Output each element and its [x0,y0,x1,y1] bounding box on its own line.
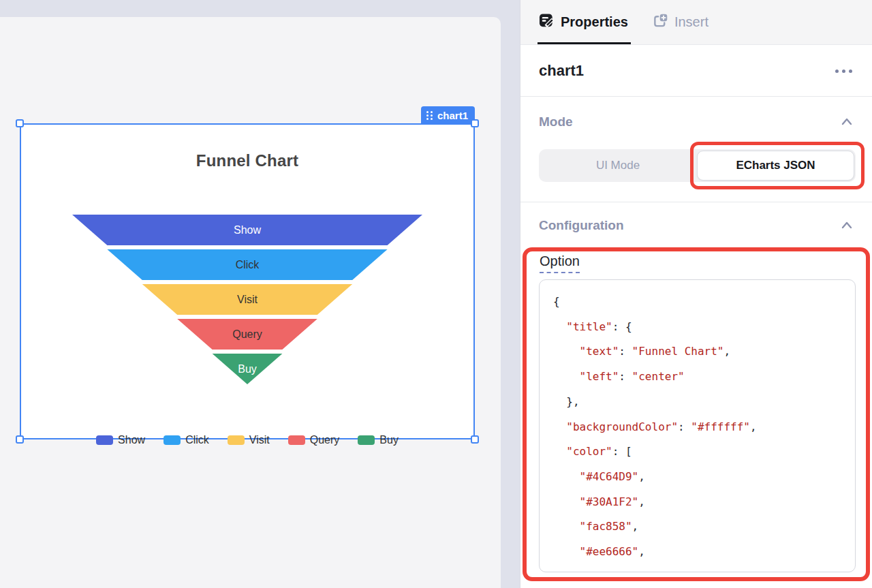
mode-section-header: Mode [539,114,854,129]
mode-section-title: Mode [539,114,573,129]
legend-item-show[interactable]: Show [96,434,145,446]
code-line: "fac858", [553,514,855,540]
segment-ui-mode[interactable]: UI Mode [539,149,697,182]
code-line: "#4C64D9", [553,465,855,490]
widget-name-heading: chart1 [539,62,584,80]
divider [520,202,872,202]
legend-swatch [164,435,181,445]
mode-segmented-control: UI Mode ECharts JSON [539,149,856,182]
legend-item-click[interactable]: Click [164,434,209,446]
chart-legend: ShowClickVisitQueryBuy [21,434,473,446]
legend-label: Query [310,434,340,446]
legend-swatch [228,435,245,445]
legend-label: Buy [379,434,399,446]
legend-label: Show [118,434,145,446]
tab-insert-label: Insert [674,14,708,30]
properties-icon [539,13,555,31]
code-line: "#30A1F2", [553,490,855,515]
ellipsis-menu-icon[interactable] [834,65,854,77]
legend-label: Visit [249,434,270,446]
app-root: chart1 Funnel Chart ShowClickVisitQueryB… [0,0,872,588]
properties-panel: Properties Insert chart1 Mode [520,0,872,588]
chart-title: Funnel Chart [21,151,473,170]
code-line: }, [553,390,855,415]
legend-swatch [288,435,305,445]
code-line: "left": "center" [553,365,855,390]
option-code-editor[interactable]: { "title": { "text": "Funnel Chart", "le… [539,279,856,572]
resize-handle-bottom-left[interactable] [16,435,24,444]
legend-label: Click [185,434,209,446]
legend-item-query[interactable]: Query [288,434,340,446]
panel-tab-bar: Properties Insert [520,0,872,45]
chevron-up-icon[interactable] [840,219,854,232]
resize-handle-top-right[interactable] [471,119,479,127]
code-line: "title": { [553,315,855,340]
code-line: "text": "Funnel Chart", [553,339,855,365]
funnel-segment-query: Query [72,319,422,350]
funnel-plot: ShowClickVisitQueryBuy [72,215,422,385]
configuration-section-header: Configuration [539,218,854,233]
widget-name-row: chart1 [539,59,854,83]
chart-widget-frame[interactable]: Funnel Chart ShowClickVisitQueryBuy Show… [20,123,475,439]
funnel-segment-buy: Buy [72,354,422,384]
funnel-segment-visit: Visit [72,284,422,315]
code-line: { [553,290,855,315]
legend-swatch [358,435,375,445]
segment-echarts-json[interactable]: ECharts JSON [697,151,854,181]
code-line: "#ee6666", [553,540,855,565]
legend-item-buy[interactable]: Buy [358,434,399,446]
canvas-artboard[interactable]: chart1 Funnel Chart ShowClickVisitQueryB… [0,17,501,588]
configuration-section-title: Configuration [539,218,624,233]
drag-handle-icon[interactable] [426,111,433,120]
legend-swatch [96,435,113,445]
code-line: "backgroundColor": "#ffffff", [553,415,855,440]
code-line: "#3ba272", [553,565,855,572]
tab-properties-label: Properties [561,14,628,30]
funnel-segment-show: Show [72,215,422,245]
tab-properties[interactable]: Properties [539,0,628,44]
divider [520,96,872,97]
tab-insert[interactable]: Insert [653,0,708,44]
resize-handle-top-left[interactable] [16,119,24,127]
widget-name-badge[interactable]: chart1 [421,106,475,124]
insert-icon [653,13,668,31]
widget-badge-label: chart1 [437,110,468,121]
code-line: "color": [ [553,439,855,465]
chevron-up-icon[interactable] [840,116,854,128]
canvas-background: chart1 Funnel Chart ShowClickVisitQueryB… [0,0,520,588]
resize-handle-bottom-right[interactable] [471,435,479,444]
legend-item-visit[interactable]: Visit [228,434,270,446]
funnel-segment-click: Click [72,249,422,280]
chart-widget[interactable]: chart1 Funnel Chart ShowClickVisitQueryB… [20,106,475,439]
option-field-label: Option [540,253,580,273]
